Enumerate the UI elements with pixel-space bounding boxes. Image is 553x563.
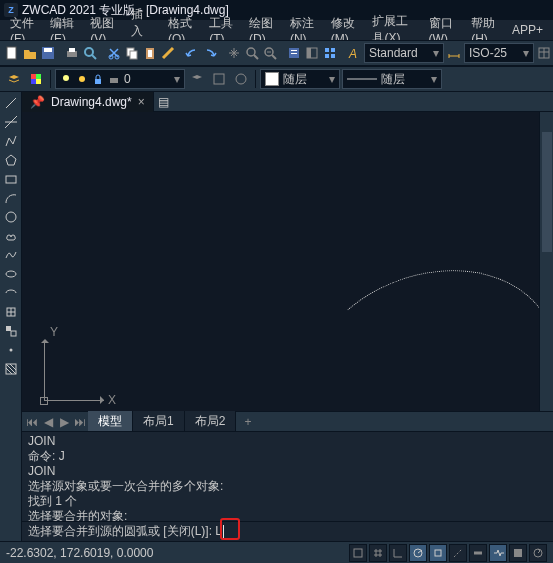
- svg-line-6: [92, 55, 96, 59]
- dim-style-button[interactable]: [446, 43, 462, 63]
- text-style-combo[interactable]: Standard ▾: [364, 43, 444, 63]
- arc-preview: [272, 234, 553, 411]
- vertical-scrollbar[interactable]: [539, 112, 553, 411]
- dim-style-combo[interactable]: ISO-25 ▾: [464, 43, 534, 63]
- svg-rect-31: [31, 79, 36, 84]
- rectangle-tool[interactable]: [2, 170, 20, 188]
- command-input-line[interactable]: 选择要合并到源的圆弧或 [关闭(L)]: L: [22, 521, 553, 541]
- tab-layout2[interactable]: 布局2: [185, 411, 237, 432]
- scrollbar-thumb[interactable]: [542, 132, 552, 252]
- svg-rect-44: [6, 176, 16, 183]
- color-combo[interactable]: 随层 ▾: [260, 69, 340, 89]
- cmd-line: JOIN: [28, 434, 547, 449]
- point-tool[interactable]: [2, 341, 20, 359]
- grid-toggle[interactable]: [369, 544, 387, 562]
- revcloud-tool[interactable]: [2, 227, 20, 245]
- svg-rect-18: [291, 53, 297, 54]
- zoom-button[interactable]: [244, 43, 260, 63]
- svg-rect-57: [354, 549, 362, 557]
- status-bar: -22.6302, 172.6019, 0.0000: [0, 541, 553, 563]
- command-history[interactable]: JOIN 命令: J JOIN 选择源对象或要一次合并的多个对象: 找到 1 个…: [22, 431, 553, 521]
- color-swatch: [265, 72, 279, 86]
- chevron-down-icon: ▾: [431, 72, 437, 86]
- polygon-tool[interactable]: [2, 151, 20, 169]
- highlight-annotation: [220, 518, 240, 540]
- combo-value: 随层: [381, 71, 405, 88]
- zoom-prev-button[interactable]: [262, 43, 278, 63]
- preview-button[interactable]: [82, 43, 98, 63]
- properties-button[interactable]: [286, 43, 302, 63]
- xline-tool[interactable]: [2, 113, 20, 131]
- pan-button[interactable]: [226, 43, 242, 63]
- toolbar-standard: A Standard ▾ ISO-25 ▾: [0, 40, 553, 66]
- coords-readout[interactable]: -22.6302, 172.6019, 0.0000: [6, 546, 153, 560]
- tab-add-button[interactable]: +: [236, 413, 259, 431]
- svg-rect-37: [214, 74, 224, 84]
- combo-value: Standard: [369, 46, 418, 60]
- separator: [50, 70, 51, 88]
- command-prompt: 选择要合并到源的圆弧或 [关闭(L)]: L: [28, 523, 222, 540]
- print-button[interactable]: [64, 43, 80, 63]
- dyn-toggle[interactable]: [489, 544, 507, 562]
- tab-list-button[interactable]: ▤: [154, 95, 174, 109]
- snap-toggle[interactable]: [349, 544, 367, 562]
- layer-state-button[interactable]: [209, 69, 229, 89]
- chevron-down-icon: ▾: [329, 72, 335, 86]
- cut-button[interactable]: [106, 43, 122, 63]
- tab-prev-button[interactable]: ◀: [40, 414, 56, 430]
- new-button[interactable]: [4, 43, 20, 63]
- tab-next-button[interactable]: ▶: [56, 414, 72, 430]
- save-button[interactable]: [40, 43, 56, 63]
- circle-tool[interactable]: [2, 208, 20, 226]
- menu-bar: 文件(F) 编辑(E) 视图(V) 插入(I) 格式(O) 工具(T) 绘图(D…: [0, 20, 553, 40]
- layout-tabs: ⏮ ◀ ▶ ⏭ 模型 布局1 布局2 +: [22, 411, 553, 431]
- document-tab[interactable]: 📌 Drawing4.dwg* ×: [22, 92, 154, 112]
- match-button[interactable]: [160, 43, 176, 63]
- osnap-toggle[interactable]: [429, 544, 447, 562]
- svg-marker-43: [6, 155, 16, 165]
- lwt-toggle[interactable]: [469, 544, 487, 562]
- paste-button[interactable]: [142, 43, 158, 63]
- menu-app[interactable]: APP+: [506, 21, 549, 39]
- close-icon[interactable]: ×: [138, 95, 145, 109]
- ellipse-arc-tool[interactable]: [2, 284, 20, 302]
- status-toggles: [349, 544, 547, 562]
- polyline-tool[interactable]: [2, 132, 20, 150]
- otrack-toggle[interactable]: [449, 544, 467, 562]
- svg-rect-2: [44, 48, 52, 52]
- spline-tool[interactable]: [2, 246, 20, 264]
- ellipse-tool[interactable]: [2, 265, 20, 283]
- canvas[interactable]: Y X: [22, 112, 553, 411]
- block-tool[interactable]: [2, 322, 20, 340]
- toolpalettes-button[interactable]: [322, 43, 338, 63]
- drawing-area: 📌 Drawing4.dwg* × ▤ Y X ⏮ ◀ ▶ ⏭: [22, 92, 553, 541]
- undo-button[interactable]: [184, 43, 200, 63]
- linetype-combo[interactable]: 随层 ▾: [342, 69, 442, 89]
- layer-combo[interactable]: 0 ▾: [55, 69, 185, 89]
- ortho-toggle[interactable]: [389, 544, 407, 562]
- table-style-button[interactable]: [536, 43, 552, 63]
- layer-prev-button[interactable]: [187, 69, 207, 89]
- arc-tool[interactable]: [2, 189, 20, 207]
- text-style-button[interactable]: A: [346, 43, 362, 63]
- layer-iso-button[interactable]: [231, 69, 251, 89]
- layer-manager-button[interactable]: [4, 69, 24, 89]
- sun-icon: [76, 73, 88, 85]
- line-tool[interactable]: [2, 94, 20, 112]
- open-button[interactable]: [22, 43, 38, 63]
- hatch-tool[interactable]: [2, 360, 20, 378]
- copy-button[interactable]: [124, 43, 140, 63]
- designcenter-button[interactable]: [304, 43, 320, 63]
- polar-toggle[interactable]: [409, 544, 427, 562]
- redo-button[interactable]: [202, 43, 218, 63]
- model-toggle[interactable]: [509, 544, 527, 562]
- svg-line-40: [6, 98, 16, 108]
- svg-rect-23: [325, 54, 329, 58]
- tab-layout1[interactable]: 布局1: [133, 411, 185, 432]
- cycle-toggle[interactable]: [529, 544, 547, 562]
- tab-first-button[interactable]: ⏮: [24, 414, 40, 430]
- color-button[interactable]: [26, 69, 46, 89]
- tab-model[interactable]: 模型: [88, 411, 133, 432]
- insert-tool[interactable]: [2, 303, 20, 321]
- tab-last-button[interactable]: ⏭: [72, 414, 88, 430]
